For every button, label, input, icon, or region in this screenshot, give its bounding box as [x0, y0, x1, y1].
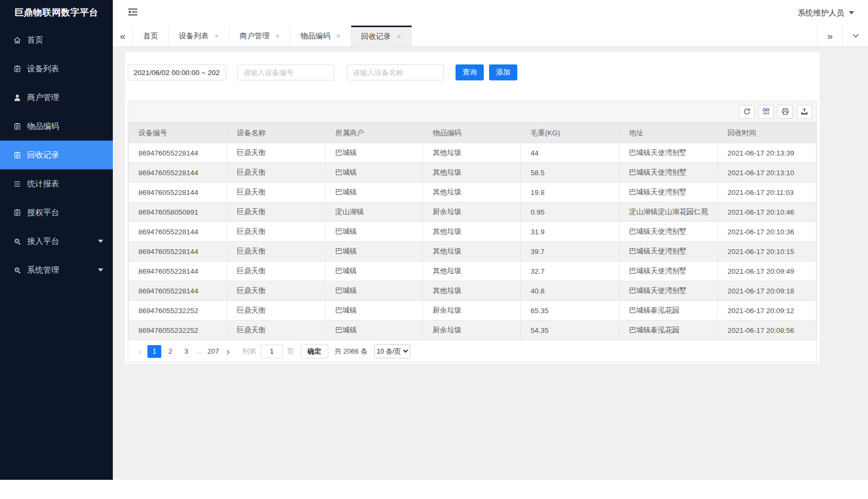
table-cell: 其他垃圾 [423, 183, 521, 202]
device-name-input[interactable] [347, 64, 444, 80]
export-button[interactable] [797, 105, 812, 119]
page-button-207[interactable]: 207 [205, 345, 221, 358]
tab-label: 回收记录 [361, 32, 391, 42]
table-cell: 巨鼎天衡 [227, 242, 326, 261]
tab-merchant-mgmt[interactable]: 商户管理× [229, 26, 290, 46]
authorize-icon [13, 208, 21, 217]
page-size-select[interactable]: 10 条/页 [374, 344, 410, 358]
device-code-input[interactable] [237, 64, 334, 80]
app-title: 巨鼎物联网数字平台 [0, 0, 113, 26]
tab-item-code[interactable]: 物品编码× [290, 26, 351, 46]
table-cell: 巴城镇 [326, 281, 423, 301]
merchant-icon [13, 93, 21, 102]
sidebar-item-label: 设备列表 [27, 64, 59, 74]
device-list-icon [13, 64, 21, 73]
goto-page-input[interactable] [261, 345, 283, 358]
table-cell: 2021-06-17 20:10:36 [718, 222, 816, 242]
table-cell: 40.8 [521, 281, 619, 301]
table-cell: 巴城镇泰泓花园 [619, 301, 718, 321]
table-cell: 44 [521, 143, 619, 163]
table-row: 869476055228144巨鼎天衡巴城镇其他垃圾44巴城镇天使湾别墅2021… [129, 143, 816, 163]
table-row: 869476058050891巨鼎天衡淀山湖镇厨余垃圾0.95淀山湖镇淀山湖花园… [129, 202, 816, 222]
caret-down-icon [98, 240, 103, 246]
table-cell: 巴城镇天使湾别墅 [619, 281, 718, 301]
print-button[interactable] [778, 105, 793, 119]
table-row: 869476055228144巨鼎天衡巴城镇其他垃圾19.8巴城镇天使湾别墅20… [129, 183, 816, 202]
caret-down-icon [98, 268, 103, 274]
tab-recycle-record[interactable]: 回收记录× [351, 26, 412, 46]
close-icon[interactable]: × [336, 32, 340, 40]
user-name: 系统维护人员 [798, 8, 844, 18]
prev-page-button[interactable]: ‹ [135, 347, 146, 356]
gear-icon [13, 266, 21, 274]
next-page-button[interactable]: › [222, 347, 234, 356]
sidebar-item-home[interactable]: 首页 [0, 26, 113, 54]
tab-home[interactable]: 首页 [133, 26, 169, 46]
sidebar-menu: 首页设备列表商户管理物品编码回收记录统计报表授权平台接入平台系统管理 [0, 26, 113, 284]
search-button[interactable]: 查询 [456, 64, 484, 80]
close-icon[interactable]: × [214, 32, 219, 40]
collapse-menu-icon [128, 8, 138, 18]
stats-icon [13, 179, 21, 188]
table-cell: 2021-06-17 20:09:12 [718, 301, 816, 321]
sidebar-item-label: 系统管理 [27, 265, 59, 275]
table-row: 869476055228144巨鼎天衡巴城镇其他垃圾40.8巴城镇天使湾别墅20… [129, 281, 816, 301]
table-cell: 2021-06-17 20:10:46 [718, 202, 816, 222]
close-icon[interactable]: × [397, 33, 401, 40]
page-button-3[interactable]: 3 [179, 345, 193, 358]
close-icon[interactable]: × [275, 32, 279, 40]
date-range-input[interactable] [128, 64, 226, 80]
columns-icon [762, 108, 770, 116]
sidebar-item-item-code[interactable]: 物品编码 [0, 112, 113, 141]
add-button[interactable]: 添加 [489, 64, 517, 80]
sidebar-item-auth-platform[interactable]: 授权平台 [0, 198, 113, 227]
tab-device-list[interactable]: 设备列表× [169, 26, 229, 46]
table-cell: 厨余垃圾 [423, 202, 521, 222]
user-menu[interactable]: 系统维护人员 [798, 8, 854, 18]
tabs-scroll-right-button[interactable]: » [817, 26, 842, 46]
sidebar-item-access-platform[interactable]: 接入平台 [0, 227, 113, 256]
sidebar-item-label: 统计报表 [27, 179, 59, 189]
tab-bar: « 首页设备列表×商户管理×物品编码×回收记录× » [113, 26, 868, 47]
sidebar-item-label: 授权平台 [27, 208, 59, 218]
tabs-scroll-left-button[interactable]: « [113, 26, 133, 46]
column-header: 设备名称 [227, 123, 326, 143]
table-cell: 巨鼎天衡 [227, 261, 326, 281]
table-cell: 2021-06-17 20:13:39 [718, 143, 816, 163]
sidebar-item-merchant-mgmt[interactable]: 商户管理 [0, 83, 113, 112]
goto-page-label: 到第 [243, 347, 257, 356]
tabs-menu-button[interactable] [842, 26, 868, 46]
top-header: 系统维护人员 [113, 0, 868, 26]
table-cell: 巴城镇 [326, 301, 423, 321]
sidebar-item-label: 回收记录 [27, 150, 59, 160]
recycle-record-icon [13, 151, 21, 159]
table-cell: 19.8 [521, 183, 619, 202]
table-cell: 巴城镇天使湾别墅 [619, 163, 718, 183]
sidebar-item-label: 接入平台 [27, 236, 59, 247]
table-cell: 巴城镇 [326, 242, 423, 261]
records-table: 设备编号设备名称所属商户物品编码毛重(KG)地址回收时间 86947605522… [128, 122, 816, 340]
sidebar-item-system-mgmt[interactable]: 系统管理 [0, 256, 113, 284]
sidebar-item-device-list[interactable]: 设备列表 [0, 54, 113, 83]
table-cell: 31.9 [521, 222, 619, 242]
refresh-button[interactable] [739, 105, 755, 119]
table-cell: 869476055228144 [129, 163, 227, 183]
table-cell: 巨鼎天衡 [227, 301, 326, 321]
goto-confirm-button[interactable]: 确定 [301, 344, 328, 358]
page-button-2[interactable]: 2 [163, 345, 177, 358]
table-cell: 巴城镇 [326, 222, 423, 242]
table-cell: 巨鼎天衡 [227, 281, 326, 301]
sidebar-item-recycle-record[interactable]: 回收记录 [0, 141, 113, 169]
page-button-1[interactable]: 1 [147, 345, 161, 358]
table-body: 869476055228144巨鼎天衡巴城镇其他垃圾44巴城镇天使湾别墅2021… [129, 143, 816, 340]
table-cell: 巴城镇 [326, 183, 423, 202]
table-cell: 其他垃圾 [423, 143, 521, 163]
table-cell: 巨鼎天衡 [227, 143, 326, 163]
table-cell: 巨鼎天衡 [227, 321, 326, 340]
pagination-bar: ‹ 123...207 › 到第 页 确定 共 2066 条 10 条/页 [128, 340, 816, 362]
columns-button[interactable] [758, 105, 774, 119]
table-header-row: 设备编号设备名称所属商户物品编码毛重(KG)地址回收时间 [129, 123, 816, 143]
sidebar-item-stats-report[interactable]: 统计报表 [0, 169, 113, 198]
table-cell: 54.35 [521, 321, 619, 340]
sidebar-collapse-button[interactable] [128, 8, 138, 18]
